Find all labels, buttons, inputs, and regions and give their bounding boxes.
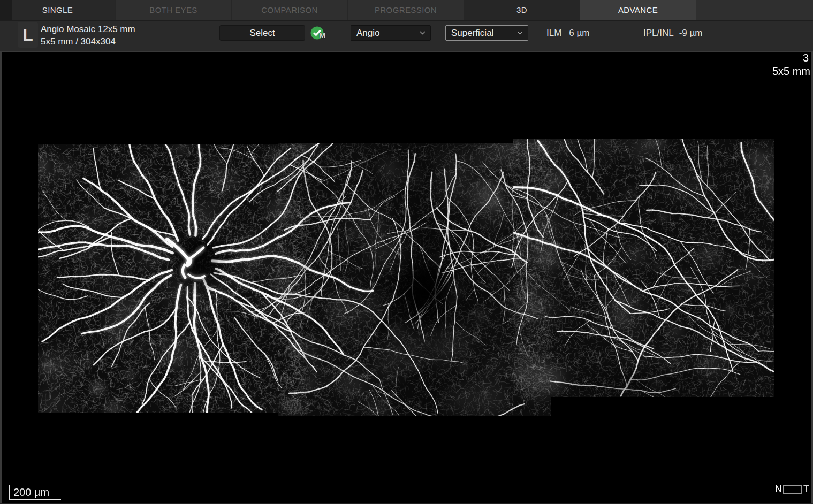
orientation-nasal-label: N xyxy=(775,484,782,495)
mode-dropdown[interactable]: Angio xyxy=(351,25,431,41)
layer-dropdown-value: Superficial xyxy=(451,28,493,39)
scale-bar-vertical-tick xyxy=(9,485,10,500)
layer-dropdown[interactable]: Superficial xyxy=(445,25,528,41)
orientation-temporal-label: T xyxy=(803,484,809,495)
tab-3d[interactable]: 3D xyxy=(464,0,580,20)
scale-bar-label: 200 µm xyxy=(13,486,49,499)
mode-dropdown-value: Angio xyxy=(356,28,379,39)
scan-title: Angio Mosaic 12x5 mm xyxy=(41,23,135,35)
select-button[interactable]: Select xyxy=(219,25,305,41)
tabbar-filler xyxy=(696,0,813,20)
segmentation-ilm: ILM 6 µm xyxy=(546,25,589,41)
laterality-badge: L xyxy=(18,22,38,48)
scan-size-label: 5x5 mm xyxy=(772,65,810,78)
scan-info: Angio Mosaic 12x5 mm 5x5 mm / 304x304 xyxy=(41,23,135,48)
angio-mosaic-image[interactable] xyxy=(0,51,813,504)
chevron-down-icon xyxy=(517,31,523,35)
view-mode-tabbar: SINGLE BOTH EYES COMPARISON PROGRESSION … xyxy=(0,0,813,20)
tab-advance[interactable]: ADVANCE xyxy=(580,0,696,20)
image-index-label: 3 xyxy=(803,52,809,64)
ipl-inl-label: IPL/INL xyxy=(643,28,674,39)
tab-progression[interactable]: PROGRESSION xyxy=(347,0,464,20)
image-viewport: 3 5x5 mm 200 µm N T xyxy=(0,51,813,504)
motion-letter: M xyxy=(319,30,326,40)
orientation-indicator: N T xyxy=(775,484,809,495)
motion-status: M xyxy=(310,26,333,42)
tab-comparison[interactable]: COMPARISON xyxy=(231,0,347,20)
ilm-value: 6 µm xyxy=(569,28,589,39)
tab-both-eyes[interactable]: BOTH EYES xyxy=(115,0,231,20)
chevron-down-icon xyxy=(420,31,426,35)
scan-region-rect-icon xyxy=(783,485,802,494)
toolbar: L Angio Mosaic 12x5 mm 5x5 mm / 304x304 … xyxy=(0,21,813,51)
segmentation-ipl-inl: IPL/INL -9 µm xyxy=(643,25,703,41)
ipl-inl-value: -9 µm xyxy=(679,28,703,39)
scan-subtitle: 5x5 mm / 304x304 xyxy=(41,35,135,48)
scale-bar-line xyxy=(9,499,61,500)
ilm-label: ILM xyxy=(546,28,561,39)
tab-single[interactable]: SINGLE xyxy=(0,0,115,20)
scale-bar: 200 µm xyxy=(9,484,78,500)
